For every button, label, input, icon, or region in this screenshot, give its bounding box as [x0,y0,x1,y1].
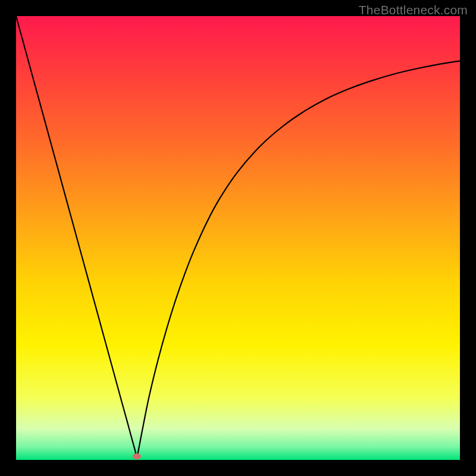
gradient-background [16,16,460,460]
watermark-text: TheBottleneck.com [359,3,468,17]
plot-frame [16,16,460,460]
bottleneck-chart [16,16,460,460]
optimum-marker [133,453,141,459]
